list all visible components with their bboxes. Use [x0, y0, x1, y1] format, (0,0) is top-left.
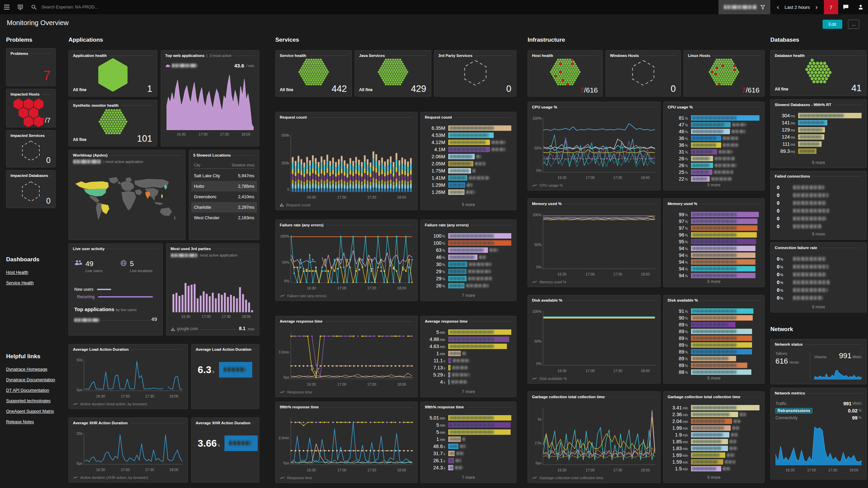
location-row[interactable]: West Chester2,163ms: [191, 212, 257, 223]
tile-worldmap-apdex[interactable]: Worldmap (Apdex) | most active applicati…: [68, 150, 185, 240]
list-row[interactable]: 1.9min: [668, 432, 760, 438]
tile-host-health[interactable]: Host health 7/616: [528, 50, 603, 97]
list-row[interactable]: 29%: [426, 276, 511, 281]
tile-avg-load-action-value[interactable]: Average Load Action Duration 6.3s: [191, 344, 259, 409]
list-row[interactable]: 111ms: [775, 141, 862, 147]
list-row[interactable]: 36%: [668, 142, 760, 148]
tile-live-user-activity[interactable]: Live user activity 49Live users 5Live lo…: [68, 243, 163, 336]
list-row[interactable]: 26.1s: [426, 458, 511, 463]
tile-avg-xhr-action-value[interactable]: Average XHR Action Duration 3.66s: [191, 418, 259, 483]
tile-synthetic-monitor-health[interactable]: Synthetic monitor health All fine 101: [68, 100, 157, 146]
problems-badge[interactable]: 7: [824, 0, 838, 14]
list-row[interactable]: 0: [775, 223, 862, 229]
list-row[interactable]: 0%: [775, 287, 862, 293]
list-row[interactable]: 5min: [426, 329, 511, 335]
list-row[interactable]: 88%: [668, 369, 760, 375]
tile-problems[interactable]: Problems 7: [6, 48, 56, 86]
more-link[interactable]: 7 more: [421, 389, 516, 394]
list-row[interactable]: 97%: [668, 218, 760, 224]
list-row[interactable]: 89%: [668, 322, 760, 327]
list-row[interactable]: 97%: [668, 225, 760, 231]
tile-p99-response-chart[interactable]: 99th% response time 3.3min 0µs 16:3017:0…: [275, 402, 418, 483]
network-metric-row[interactable]: Traffic991Mbit/s: [775, 400, 862, 407]
list-row[interactable]: 91%: [668, 308, 760, 314]
tile-p99-response-list[interactable]: 99th% response time 5.01min5min5min1min4…: [420, 402, 516, 483]
list-row[interactable]: 46%: [668, 128, 760, 134]
list-row[interactable]: 96%: [668, 232, 760, 238]
tile-database-health[interactable]: Database health All fine 41: [770, 50, 867, 96]
list-row[interactable]: 1.5min: [668, 466, 760, 471]
list-row[interactable]: 4.1M: [426, 146, 511, 152]
list-row[interactable]: 46%: [426, 254, 511, 260]
tile-failed-connections[interactable]: Failed connections 000000 9 more: [770, 171, 867, 240]
user-icon[interactable]: [853, 0, 868, 14]
list-row[interactable]: 30%: [426, 261, 511, 267]
list-row[interactable]: 2.36min: [668, 411, 760, 417]
link-dynatrace-documentation[interactable]: Dynatrace Documentation: [6, 378, 55, 382]
list-row[interactable]: 0%: [775, 263, 862, 270]
list-row[interactable]: 94%: [668, 259, 760, 265]
tile-memory-used-chart[interactable]: Memory used % 100% 50% 0% 16:3017:0017:3…: [528, 198, 660, 287]
list-row[interactable]: 4s: [426, 379, 511, 385]
location-row[interactable]: Salt Lake City5,947ms: [191, 170, 257, 181]
list-row[interactable]: 89%: [668, 328, 760, 334]
list-row[interactable]: 94%: [668, 245, 760, 251]
list-row[interactable]: 5.01min: [426, 415, 511, 421]
tile-cpu-usage-list[interactable]: CPU usage % 81%47%46%36%36%31%26%26%25%2…: [663, 102, 765, 190]
list-row[interactable]: 26%: [668, 156, 760, 161]
tile-linux-hosts[interactable]: Linux Hosts 7/616: [684, 50, 765, 97]
list-row[interactable]: 1.26M: [426, 189, 511, 195]
tile-avg-load-action-chart[interactable]: Average Load Action Duration 50s 0µs 16:…: [68, 344, 188, 409]
list-row[interactable]: 4.12M: [426, 139, 511, 145]
tile-cpu-usage-chart[interactable]: CPU usage % 100% 50% 0% 16:3017:0017:301…: [528, 102, 660, 190]
list-row[interactable]: 100%: [426, 240, 511, 246]
list-row[interactable]: 1.85min: [668, 439, 760, 444]
list-row[interactable]: 0%: [775, 271, 862, 278]
more-link[interactable]: 7 more: [421, 475, 516, 480]
tile-3rd-party-services[interactable]: 3rd Party Services 0: [434, 50, 516, 97]
more-link[interactable]: 5 more: [664, 376, 764, 381]
more-link[interactable]: 7 more: [421, 293, 516, 298]
list-row[interactable]: 90%: [668, 315, 760, 321]
search-icon[interactable]: [27, 0, 41, 14]
list-row[interactable]: 124ms: [775, 134, 862, 140]
browser-chip[interactable]: [219, 362, 252, 378]
more-link[interactable]: 9 more: [771, 160, 866, 165]
tile-failure-rate-chart[interactable]: Failure rate (any errors) 100% 50% 0% 16…: [275, 220, 418, 301]
list-row[interactable]: 0: [775, 184, 862, 190]
list-row[interactable]: 0: [775, 200, 862, 206]
list-row[interactable]: 36%: [668, 135, 760, 141]
list-row[interactable]: 2.05M: [426, 161, 511, 166]
list-row[interactable]: 5min: [426, 429, 511, 435]
search-input[interactable]: Search Experian: NA-PROD...: [41, 5, 98, 9]
list-row[interactable]: 31.7s: [426, 450, 511, 456]
list-row[interactable]: 26%: [668, 162, 760, 168]
tile-connection-failure-rate[interactable]: Connection failure rate 0%0%0%0%0%0% 9 m…: [770, 242, 867, 312]
list-row[interactable]: 4.53M: [426, 132, 511, 138]
list-row[interactable]: 1.75M: [426, 168, 511, 174]
list-row[interactable]: 141ms: [775, 120, 862, 125]
tile-top-web-applications[interactable]: Top web applications|3 most active 43.6 …: [161, 50, 259, 146]
tile-slowest-databases[interactable]: Slowest Databases - 99th% RT 304ms141ms1…: [770, 99, 867, 168]
list-row[interactable]: 4.88min: [426, 336, 511, 342]
list-row[interactable]: 95%: [668, 239, 760, 244]
list-row[interactable]: 89%: [668, 362, 760, 368]
list-row[interactable]: 1.69min: [668, 452, 760, 458]
tile-service-health[interactable]: Service health All fine 442: [275, 50, 352, 97]
list-row[interactable]: 26%: [426, 283, 511, 288]
tile-avg-xhr-action-chart[interactable]: Average XHR Action Duration 20s 0µs 16:3…: [68, 418, 188, 483]
location-row[interactable]: Charlotte2,297ms: [191, 202, 257, 212]
list-row[interactable]: 99%: [668, 211, 760, 217]
tile-application-health[interactable]: Application health All fine 1: [68, 50, 157, 97]
list-row[interactable]: 0%: [775, 279, 862, 285]
more-link[interactable]: 5 more: [664, 475, 764, 480]
list-row[interactable]: 1.83min: [668, 445, 760, 451]
network-metric-row[interactable]: Connectivity99%: [775, 414, 862, 421]
deployment-board-icon[interactable]: [14, 0, 27, 14]
link-dynatrace-homepage[interactable]: Dynatrace Homepage: [6, 367, 47, 372]
list-row[interactable]: 94%: [668, 266, 760, 271]
list-row[interactable]: 81%: [668, 115, 760, 121]
tile-response-time-list[interactable]: Average response time 5min4.88min4.63min…: [420, 316, 516, 397]
list-row[interactable]: 47%: [668, 122, 760, 127]
list-row[interactable]: 11.1s: [426, 358, 511, 363]
